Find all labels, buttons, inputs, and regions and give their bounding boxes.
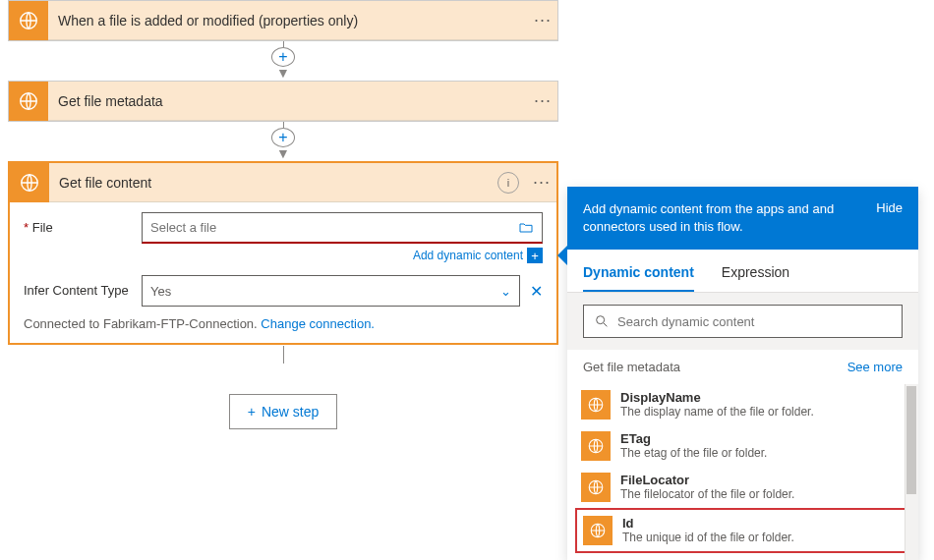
ftp-connector-icon (583, 516, 613, 545)
dc-section-title: Get file metadata (583, 360, 680, 374)
hide-button[interactable]: Hide (876, 200, 903, 215)
add-step-button[interactable]: + (271, 128, 295, 147)
change-connection-link[interactable]: Change connection. (261, 316, 375, 331)
ftp-connector-icon (581, 431, 611, 461)
chevron-down-icon: ⌄ (500, 284, 511, 299)
tab-expression[interactable]: Expression (722, 254, 789, 292)
step-title: When a file is added or modified (proper… (48, 13, 528, 28)
tab-dynamic-content[interactable]: Dynamic content (583, 254, 694, 292)
file-label: * File (24, 212, 142, 235)
svg-point-3 (597, 316, 605, 324)
dc-panel-header: Add dynamic content from the apps and an… (567, 187, 918, 250)
ftp-connector-icon (10, 163, 49, 202)
plus-icon[interactable]: + (527, 248, 543, 263)
connector-arrow: + ▼ (8, 122, 558, 161)
step-header[interactable]: Get file content i ··· (10, 163, 556, 202)
connection-info: Connected to Fabrikam-FTP-Connection. Ch… (24, 316, 543, 331)
scrollbar[interactable] (905, 384, 918, 560)
ftp-connector-icon (9, 82, 48, 121)
step-menu-button[interactable]: ··· (527, 172, 556, 193)
file-input[interactable] (142, 212, 543, 244)
search-input[interactable] (583, 305, 903, 338)
add-step-button[interactable]: + (271, 47, 295, 67)
step-trigger[interactable]: When a file is added or modified (proper… (8, 0, 558, 41)
step-get-file-metadata[interactable]: Get file metadata ··· (8, 81, 558, 122)
dc-item-displayname[interactable]: DisplayNameThe display name of the file … (575, 384, 910, 425)
clear-icon[interactable]: ✕ (530, 282, 543, 301)
step-menu-button[interactable]: ··· (528, 10, 557, 30)
step-menu-button[interactable]: ··· (528, 90, 557, 111)
new-step-button[interactable]: +New step (229, 394, 337, 429)
infer-label: Infer Content Type (24, 275, 142, 298)
dc-item-filelocator[interactable]: FileLocatorThe filelocator of the file o… (575, 467, 910, 508)
search-field[interactable] (617, 314, 892, 329)
folder-picker-icon[interactable] (518, 220, 534, 236)
dc-item-etag[interactable]: ETagThe etag of the file or folder. (575, 425, 910, 467)
ftp-connector-icon (9, 1, 48, 40)
dynamic-content-panel: Add dynamic content from the apps and an… (567, 187, 918, 560)
infer-content-type-select[interactable]: Yes ⌄ (142, 275, 520, 307)
connector-arrow: + ▼ (8, 41, 558, 81)
step-title: Get file metadata (48, 93, 528, 109)
add-dynamic-content-link[interactable]: Add dynamic content (413, 249, 523, 262)
panel-caret (557, 246, 567, 265)
file-input-field[interactable] (150, 220, 518, 235)
step-title: Get file content (49, 175, 497, 191)
see-more-link[interactable]: See more (847, 360, 903, 374)
ftp-connector-icon (581, 473, 611, 502)
search-icon (594, 313, 610, 329)
step-get-file-content: Get file content i ··· * File Add dynami… (8, 161, 558, 345)
connector-arrow (8, 345, 558, 364)
dc-tabs: Dynamic content Expression (567, 250, 918, 293)
dc-item-id[interactable]: IdThe unique id of the file or folder. (575, 508, 910, 553)
ftp-connector-icon (581, 390, 611, 420)
info-icon[interactable]: i (497, 172, 519, 194)
dc-item-list: DisplayNameThe display name of the file … (567, 384, 918, 560)
